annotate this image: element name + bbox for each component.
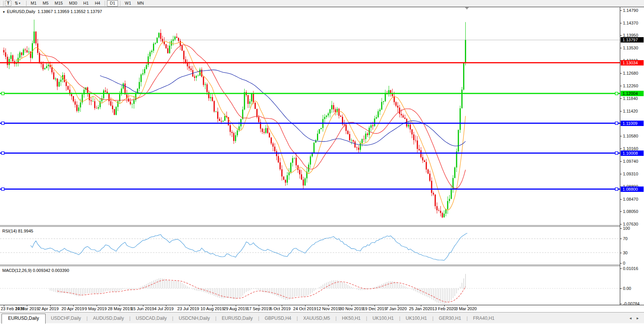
candle-body	[21, 52, 22, 55]
date-axis[interactable]: 23 Feb 201914 Mar 20192 Apr 201920 Apr 2…	[0, 305, 644, 312]
line-handle[interactable]	[615, 152, 618, 154]
axis-tick-mark	[620, 136, 622, 136]
tab-scroll-left-icon[interactable]: ◄	[629, 316, 632, 320]
timeframe-button-M5[interactable]: M5	[40, 0, 51, 7]
candle-body	[465, 40, 466, 63]
candle-body	[456, 151, 457, 167]
candle-body	[294, 158, 295, 158]
chart-window[interactable]: ▼EURUSD,Daily 1.13867 1.13959 1.13552 1.…	[0, 7, 644, 305]
line-handle[interactable]	[2, 122, 4, 124]
price-tick-label: 1.08050	[623, 209, 638, 214]
text-tool-button[interactable]: T	[5, 0, 12, 6]
candle-body	[426, 162, 427, 170]
candle-body	[222, 121, 223, 121]
line-handle[interactable]	[615, 92, 618, 95]
timeframe-button-D1[interactable]: D1	[107, 0, 118, 7]
candle-body	[396, 102, 397, 106]
candle-body	[249, 101, 250, 104]
line-handle[interactable]	[2, 152, 4, 154]
line-handle[interactable]	[2, 188, 4, 190]
candle-body	[103, 90, 104, 98]
candle-body	[326, 116, 327, 117]
rsi-tick-label: 100	[623, 226, 630, 231]
candle-body	[344, 124, 345, 125]
toolbar-grip[interactable]	[2, 1, 3, 6]
bottom-tab-eurusd-daily[interactable]: EURUSD,Daily	[217, 314, 258, 323]
price-chart-canvas[interactable]	[0, 7, 620, 225]
candle-body	[94, 101, 95, 108]
line-handle[interactable]	[2, 92, 4, 95]
candle-body	[64, 75, 65, 82]
chart-title: ▼EURUSD,Daily 1.13867 1.13959 1.13552 1.…	[2, 9, 102, 14]
candle-body	[232, 132, 233, 133]
hline-price-badge-1.10008[interactable]: 1.10008	[621, 151, 644, 156]
candle-body	[7, 57, 8, 65]
candle-body	[380, 110, 381, 111]
bottom-tab-usdchf-daily[interactable]: USDCHF,Daily	[46, 314, 87, 323]
bottom-tab-uk100-h1[interactable]: UK100,H1	[400, 314, 432, 323]
price-axis[interactable]: 1.147901.143701.139501.135301.131101.126…	[620, 7, 644, 305]
hline-price-badge-1.13034[interactable]: 1.13034	[621, 60, 644, 65]
candle-body	[215, 111, 217, 112]
axis-tick-mark	[620, 268, 622, 269]
bottom-tab-ger30-h1[interactable]: GER30,H1	[434, 314, 467, 323]
bottom-tab-audusd-daily[interactable]: AUDUSD,Daily	[88, 314, 130, 323]
candle-body	[413, 134, 414, 140]
axis-tick-mark	[620, 48, 622, 48]
bottom-tab-eurusd-daily[interactable]: EURUSD,Daily	[2, 314, 46, 324]
date-label: 24 Oct 2019	[293, 306, 316, 311]
rsi-indicator-panel[interactable]	[0, 227, 620, 265]
candle-body	[331, 105, 332, 109]
candle-body	[80, 103, 81, 108]
hline-price-badge-1.12004[interactable]: 1.12004	[621, 91, 644, 96]
hline-price-badge-1.11009[interactable]: 1.11009	[621, 121, 644, 126]
candle-body	[251, 93, 252, 101]
bottom-tab-xauusd-m5[interactable]: XAUUSD,M5	[298, 314, 335, 323]
bottom-tab-usdcad-daily[interactable]: USDCAD,Daily	[130, 314, 172, 323]
candle-body	[401, 114, 402, 115]
rsi-canvas	[0, 227, 620, 265]
candle-body	[59, 82, 60, 87]
candle-body	[98, 107, 99, 108]
timeframe-button-H4[interactable]: H4	[92, 0, 103, 7]
chart-shift-marker[interactable]	[465, 7, 469, 10]
bottom-tab-fra40-h1[interactable]: FRA40,H1	[468, 314, 500, 323]
candle-body	[244, 92, 245, 110]
candle-body	[290, 163, 291, 172]
timeframe-button-M15[interactable]: M15	[52, 0, 66, 7]
axis-tick-mark	[620, 253, 622, 253]
axis-tick-mark	[620, 304, 622, 304]
candle-body	[447, 201, 448, 209]
candle-body	[71, 94, 72, 97]
timeframe-button-H1[interactable]: H1	[80, 0, 91, 7]
candle-body	[355, 141, 356, 147]
line-handle[interactable]	[615, 188, 618, 190]
candle-body	[404, 118, 406, 119]
arrange-dropdown-button[interactable]: ⇅ ▾	[13, 0, 22, 7]
bottom-tab-gbpusd-h4[interactable]: GBPUSD,H4	[259, 314, 296, 323]
tab-scroll-right-icon[interactable]: ►	[636, 316, 639, 320]
axis-tick-mark	[620, 224, 622, 224]
timeframe-button-W1[interactable]: W1	[122, 0, 134, 7]
bottom-tab-uk100-h1[interactable]: UK100,H1	[367, 314, 399, 323]
timeframe-button-M30[interactable]: M30	[66, 0, 80, 7]
candle-body	[269, 133, 270, 137]
candle-body	[265, 128, 266, 133]
hline-price-badge-1.08800[interactable]: 1.08800	[621, 187, 644, 192]
macd-indicator-panel[interactable]	[0, 266, 620, 305]
price-tick-label: 1.08470	[623, 197, 638, 201]
date-label: 29 Aug 2019	[224, 306, 248, 311]
ma-line-slow	[100, 70, 465, 146]
timeframe-button-MN[interactable]: MN	[135, 0, 146, 7]
candle-body	[117, 101, 118, 107]
date-label: 12 Nov 2019	[316, 306, 340, 311]
bottom-tab-usdcnh-daily[interactable]: USDCNH,Daily	[173, 314, 215, 323]
price-chart-panel[interactable]	[0, 7, 620, 225]
candle-body	[101, 98, 102, 101]
date-label: 10 Aug 2019	[200, 306, 224, 311]
line-handle[interactable]	[615, 122, 618, 124]
candle-body	[150, 52, 151, 56]
toolbar-grip[interactable]	[25, 1, 26, 6]
bottom-tab-hk50-h1[interactable]: HK50,H1	[337, 314, 366, 323]
timeframe-button-M1[interactable]: M1	[28, 0, 39, 7]
